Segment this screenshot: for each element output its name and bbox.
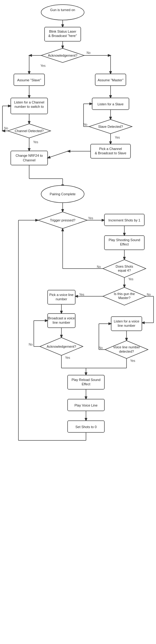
listen-slave-label: Listen for a Slave [98, 102, 124, 106]
play-shoot-label2: Effect [120, 242, 129, 246]
trigger-label: Trigger pressed? [50, 218, 76, 222]
change-nrf-label: Change NRF24 to [16, 154, 43, 157]
play-reload-label2: Effect [82, 382, 90, 386]
pairing-label: Pairing Complete [50, 192, 76, 196]
shots-equal-label: Does Shots [116, 265, 133, 268]
play-reload-label: Play Reload Sound [72, 378, 100, 382]
blink-label2: & Broadcast "here" [49, 34, 77, 38]
listen-voice-label2: line number [118, 324, 135, 327]
shots-no-label: No [97, 265, 101, 269]
change-nrf-node [11, 151, 48, 165]
broadcast-voice-label: Broadcast a voice [48, 316, 75, 320]
ack2-yes-label: Yes [65, 356, 70, 359]
listen-channel-label2: number to switch to [14, 105, 44, 108]
set-shots-label: Set Shots to 0 [75, 425, 96, 429]
ack2-no-label: No [29, 343, 33, 346]
listen-voice-label: Listen for a voice [114, 319, 139, 323]
listen-channel-label: Listen for a Channel [14, 100, 44, 104]
voice-yes-label: Yes [130, 359, 135, 363]
voice-detect-label2: detected? [119, 350, 134, 353]
flowchart-diagram: text { font-family: Arial, sans-serif; f… [0, 0, 156, 644]
pick-channel-label2: & Broadcast to Slave [95, 151, 127, 155]
slave-label: Assume "Slave" [17, 78, 41, 82]
broadcast-voice-label2: line number [53, 321, 70, 324]
play-voice-label: Play Voice Line [74, 403, 97, 407]
ack1-yes-label: Yes [41, 64, 45, 67]
ack1-label: Acknowledgement? [48, 54, 77, 57]
pick-voice-label2: number [56, 297, 67, 301]
slave-detect-label: Slave Detected? [98, 125, 123, 128]
is-master-label: Is this gun the [114, 292, 135, 296]
change-nrf-label2: Channel [23, 158, 36, 162]
slave-yes-label: Yes [115, 136, 120, 139]
is-master-label2: Master? [118, 296, 131, 300]
channel-yes-label: Yes [33, 140, 38, 144]
voice-no-label: No [99, 346, 103, 350]
slave-no-label: No [84, 123, 88, 126]
blink-label: Blink Status Laser [49, 30, 76, 33]
channel-detect-label: Channel Detected? [15, 129, 44, 133]
play-shoot-label: Play Shooting Sound [109, 238, 140, 242]
channel-no-label: No [4, 127, 8, 130]
pick-voice-label: Pick a voice line [49, 293, 74, 297]
ack1-no-label: No [87, 51, 91, 55]
increment-label: Increment Shots by 1 [108, 218, 140, 222]
start-node [41, 5, 84, 20]
is-master-no-label: No [147, 293, 151, 296]
ack2-label: Acknowledgement? [47, 345, 76, 348]
shots-equal-label2: equal 4? [118, 269, 131, 272]
trigger-yes-label: Yes [88, 217, 93, 220]
shots-yes-label: Yes [128, 277, 133, 281]
voice-detect-label: Voice line number [113, 345, 140, 349]
pick-channel-label: Pick a Channel [99, 147, 122, 151]
start-label: Gun is turned on [50, 8, 75, 12]
master-label: Assume "Master" [98, 78, 123, 82]
is-master-yes-label: Yes [79, 293, 84, 296]
